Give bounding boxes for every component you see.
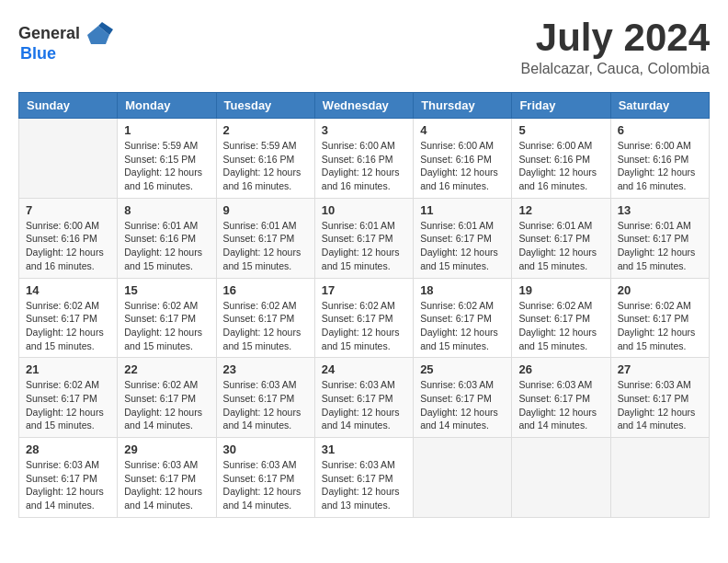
day-info: Sunrise: 6:01 AMSunset: 6:17 PMDaylight:…	[518, 219, 603, 273]
header-cell-sunday: Sunday	[19, 93, 118, 119]
day-number: 23	[223, 362, 308, 376]
day-number: 9	[223, 203, 308, 217]
day-info: Sunrise: 6:02 AMSunset: 6:17 PMDaylight:…	[322, 299, 406, 353]
calendar-cell: 26Sunrise: 6:03 AMSunset: 6:17 PMDayligh…	[512, 358, 610, 438]
calendar-cell: 12Sunrise: 6:01 AMSunset: 6:17 PMDayligh…	[512, 198, 610, 278]
day-number: 14	[26, 283, 110, 297]
calendar-week-row: 1Sunrise: 5:59 AMSunset: 6:15 PMDaylight…	[19, 119, 710, 199]
day-number: 20	[618, 283, 702, 297]
day-info: Sunrise: 6:03 AMSunset: 6:17 PMDaylight:…	[420, 378, 505, 432]
logo-general-text: General	[18, 24, 80, 43]
header-cell-tuesday: Tuesday	[216, 93, 314, 119]
calendar-cell: 11Sunrise: 6:01 AMSunset: 6:17 PMDayligh…	[414, 198, 512, 278]
header-cell-monday: Monday	[118, 93, 216, 119]
day-info: Sunrise: 6:01 AMSunset: 6:17 PMDaylight:…	[618, 219, 702, 273]
day-info: Sunrise: 6:00 AMSunset: 6:16 PMDaylight:…	[26, 219, 110, 273]
calendar-cell: 1Sunrise: 5:59 AMSunset: 6:15 PMDaylight…	[118, 119, 216, 199]
day-info: Sunrise: 6:02 AMSunset: 6:17 PMDaylight:…	[618, 299, 702, 353]
day-number: 21	[26, 362, 110, 376]
day-number: 2	[223, 123, 308, 137]
calendar-week-row: 14Sunrise: 6:02 AMSunset: 6:17 PMDayligh…	[19, 278, 710, 358]
calendar-cell: 3Sunrise: 6:00 AMSunset: 6:16 PMDaylight…	[314, 119, 413, 199]
day-number: 5	[518, 123, 603, 137]
calendar-cell: 7Sunrise: 6:00 AMSunset: 6:16 PMDaylight…	[19, 198, 118, 278]
day-info: Sunrise: 6:01 AMSunset: 6:17 PMDaylight:…	[322, 219, 406, 273]
day-info: Sunrise: 6:00 AMSunset: 6:16 PMDaylight:…	[322, 139, 406, 193]
day-info: Sunrise: 6:01 AMSunset: 6:17 PMDaylight:…	[223, 219, 308, 273]
day-number: 29	[124, 442, 209, 456]
day-info: Sunrise: 6:03 AMSunset: 6:17 PMDaylight:…	[618, 378, 702, 432]
day-info: Sunrise: 6:02 AMSunset: 6:17 PMDaylight:…	[124, 299, 209, 353]
day-info: Sunrise: 6:03 AMSunset: 6:17 PMDaylight:…	[223, 458, 308, 512]
calendar-cell: 22Sunrise: 6:02 AMSunset: 6:17 PMDayligh…	[118, 358, 216, 438]
calendar-cell	[610, 438, 709, 518]
day-number: 26	[518, 362, 603, 376]
day-info: Sunrise: 6:03 AMSunset: 6:17 PMDaylight:…	[26, 458, 110, 512]
day-number: 1	[124, 123, 209, 137]
day-info: Sunrise: 6:03 AMSunset: 6:17 PMDaylight:…	[322, 458, 406, 512]
day-number: 17	[322, 283, 406, 297]
header-cell-friday: Friday	[512, 93, 610, 119]
calendar-cell: 18Sunrise: 6:02 AMSunset: 6:17 PMDayligh…	[414, 278, 512, 358]
calendar-cell: 20Sunrise: 6:02 AMSunset: 6:17 PMDayligh…	[610, 278, 709, 358]
location-subtitle: Belalcazar, Cauca, Colombia	[521, 61, 710, 77]
day-number: 19	[518, 283, 603, 297]
calendar-cell: 27Sunrise: 6:03 AMSunset: 6:17 PMDayligh…	[610, 358, 709, 438]
day-number: 25	[420, 362, 505, 376]
day-info: Sunrise: 5:59 AMSunset: 6:15 PMDaylight:…	[124, 139, 209, 193]
day-info: Sunrise: 6:02 AMSunset: 6:17 PMDaylight:…	[518, 299, 603, 353]
month-year-title: July 2024	[521, 18, 710, 57]
day-number: 27	[618, 362, 702, 376]
calendar-table: SundayMondayTuesdayWednesdayThursdayFrid…	[18, 92, 710, 518]
day-number: 8	[124, 203, 209, 217]
day-info: Sunrise: 5:59 AMSunset: 6:16 PMDaylight:…	[223, 139, 308, 193]
calendar-cell: 24Sunrise: 6:03 AMSunset: 6:17 PMDayligh…	[314, 358, 413, 438]
title-section: July 2024 Belalcazar, Cauca, Colombia	[521, 18, 710, 77]
day-number: 15	[124, 283, 209, 297]
calendar-cell: 17Sunrise: 6:02 AMSunset: 6:17 PMDayligh…	[314, 278, 413, 358]
day-number: 24	[322, 362, 406, 376]
header-cell-wednesday: Wednesday	[314, 93, 413, 119]
day-info: Sunrise: 6:00 AMSunset: 6:16 PMDaylight:…	[618, 139, 702, 193]
calendar-cell: 16Sunrise: 6:02 AMSunset: 6:17 PMDayligh…	[216, 278, 314, 358]
calendar-cell: 30Sunrise: 6:03 AMSunset: 6:17 PMDayligh…	[216, 438, 314, 518]
day-info: Sunrise: 6:03 AMSunset: 6:17 PMDaylight:…	[223, 378, 308, 432]
calendar-cell: 15Sunrise: 6:02 AMSunset: 6:17 PMDayligh…	[118, 278, 216, 358]
day-info: Sunrise: 6:00 AMSunset: 6:16 PMDaylight:…	[420, 139, 505, 193]
header-cell-thursday: Thursday	[414, 93, 512, 119]
day-number: 11	[420, 203, 505, 217]
day-info: Sunrise: 6:01 AMSunset: 6:16 PMDaylight:…	[124, 219, 209, 273]
day-info: Sunrise: 6:02 AMSunset: 6:17 PMDaylight:…	[26, 299, 110, 353]
day-number: 28	[26, 442, 110, 456]
day-number: 30	[223, 442, 308, 456]
logo: General Blue	[18, 18, 113, 63]
header-cell-saturday: Saturday	[610, 93, 709, 119]
calendar-cell	[19, 119, 118, 199]
calendar-cell: 28Sunrise: 6:03 AMSunset: 6:17 PMDayligh…	[19, 438, 118, 518]
day-number: 6	[618, 123, 702, 137]
day-info: Sunrise: 6:03 AMSunset: 6:17 PMDaylight:…	[124, 458, 209, 512]
calendar-cell: 8Sunrise: 6:01 AMSunset: 6:16 PMDaylight…	[118, 198, 216, 278]
day-number: 16	[223, 283, 308, 297]
day-number: 10	[322, 203, 406, 217]
calendar-week-row: 7Sunrise: 6:00 AMSunset: 6:16 PMDaylight…	[19, 198, 710, 278]
logo-blue-text: Blue	[20, 44, 56, 63]
calendar-cell: 5Sunrise: 6:00 AMSunset: 6:16 PMDaylight…	[512, 119, 610, 199]
day-number: 3	[322, 123, 406, 137]
day-info: Sunrise: 6:00 AMSunset: 6:16 PMDaylight:…	[518, 139, 603, 193]
calendar-cell: 21Sunrise: 6:02 AMSunset: 6:17 PMDayligh…	[19, 358, 118, 438]
calendar-header-row: SundayMondayTuesdayWednesdayThursdayFrid…	[19, 93, 710, 119]
calendar-cell: 4Sunrise: 6:00 AMSunset: 6:16 PMDaylight…	[414, 119, 512, 199]
calendar-cell: 23Sunrise: 6:03 AMSunset: 6:17 PMDayligh…	[216, 358, 314, 438]
day-info: Sunrise: 6:02 AMSunset: 6:17 PMDaylight:…	[223, 299, 308, 353]
logo-icon	[84, 18, 113, 48]
calendar-cell: 14Sunrise: 6:02 AMSunset: 6:17 PMDayligh…	[19, 278, 118, 358]
day-info: Sunrise: 6:03 AMSunset: 6:17 PMDaylight:…	[518, 378, 603, 432]
day-info: Sunrise: 6:02 AMSunset: 6:17 PMDaylight:…	[26, 378, 110, 432]
calendar-cell: 9Sunrise: 6:01 AMSunset: 6:17 PMDaylight…	[216, 198, 314, 278]
calendar-cell	[414, 438, 512, 518]
calendar-cell: 13Sunrise: 6:01 AMSunset: 6:17 PMDayligh…	[610, 198, 709, 278]
calendar-cell: 25Sunrise: 6:03 AMSunset: 6:17 PMDayligh…	[414, 358, 512, 438]
calendar-week-row: 21Sunrise: 6:02 AMSunset: 6:17 PMDayligh…	[19, 358, 710, 438]
calendar-cell: 10Sunrise: 6:01 AMSunset: 6:17 PMDayligh…	[314, 198, 413, 278]
